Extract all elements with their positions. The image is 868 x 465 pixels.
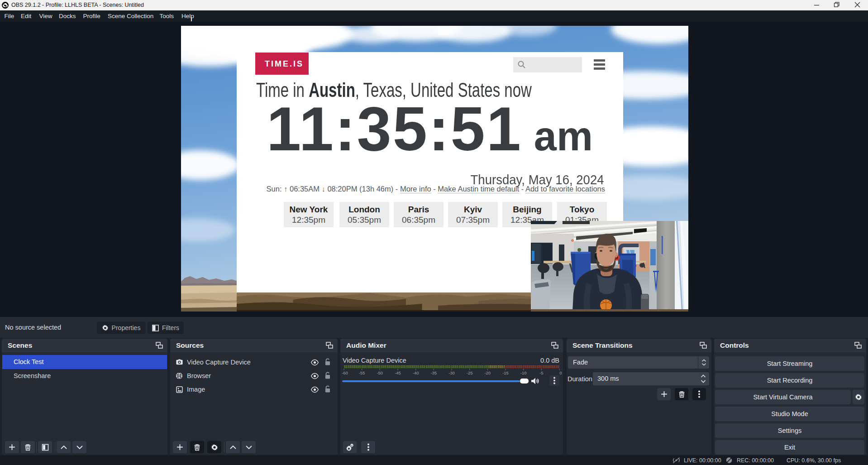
svg-text:0: 0 (559, 370, 562, 375)
svg-text:-20: -20 (484, 370, 491, 375)
svg-text:-15: -15 (502, 370, 509, 375)
svg-text:-45: -45 (395, 370, 401, 375)
svg-text:-50: -50 (377, 370, 383, 375)
svg-text:-40: -40 (413, 370, 419, 375)
svg-text:-10: -10 (520, 370, 527, 375)
svg-text:-5: -5 (539, 370, 543, 375)
svg-text:-35: -35 (430, 370, 437, 375)
svg-text:-30: -30 (448, 370, 455, 375)
svg-text:-60: -60 (342, 370, 348, 375)
svg-text:-25: -25 (467, 370, 473, 375)
svg-text:-55: -55 (359, 370, 365, 375)
